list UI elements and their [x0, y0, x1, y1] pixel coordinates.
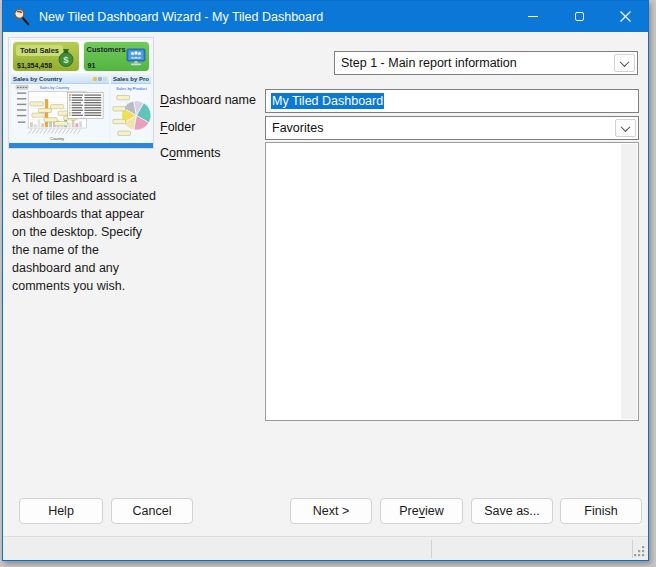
comments-scrollbar[interactable]	[621, 144, 637, 419]
finish-button[interactable]: Finish	[560, 498, 642, 524]
dashboard-name-label: Dashboard name	[160, 93, 256, 107]
resize-grip[interactable]	[633, 545, 646, 558]
preview-tiles-row: Total Sales $ $1,354,458 Customers	[11, 40, 151, 73]
maximize-icon	[575, 12, 584, 21]
customers-monitor-icon	[125, 46, 147, 68]
title-bar: New Tiled Dashboard Wizard - My Tiled Da…	[3, 1, 648, 32]
preview-button[interactable]: Preview	[380, 498, 463, 524]
mini-bar-chart: Sales by Country	[11, 84, 109, 143]
panel-toolbar-icons	[93, 77, 107, 81]
svg-text:$: $	[63, 54, 69, 65]
help-button[interactable]: Help	[19, 498, 103, 524]
mini-x-tick-labels	[29, 129, 81, 134]
minimize-icon	[528, 16, 538, 17]
mini-pie-chart: Sales by Product	[111, 84, 151, 143]
comments-textarea[interactable]	[265, 142, 639, 421]
folder-select[interactable]: Favorites	[265, 116, 639, 140]
status-separator	[431, 540, 432, 558]
sales-by-country-header-label: Sales by Country	[13, 76, 93, 82]
save-as-button[interactable]: Save as...	[471, 498, 553, 524]
star-icon	[93, 77, 97, 81]
sales-by-country-panel-header: Sales by Country	[11, 75, 109, 84]
minimize-button[interactable]	[510, 1, 556, 32]
cancel-button[interactable]: Cancel	[111, 498, 193, 524]
dashboard-name-selected-text: My Tiled Dashboard	[271, 93, 384, 109]
sales-by-product-header-label: Sales by Product Category	[113, 76, 149, 82]
wizard-description: A Tiled Dashboard is a set of tiles and …	[12, 169, 156, 295]
window-title: New Tiled Dashboard Wizard - My Tiled Da…	[39, 10, 510, 24]
chevron-down-icon	[621, 122, 631, 132]
dialog-content: Total Sales $ $1,354,458 Customers	[3, 32, 648, 560]
preview-taskbar-strip	[9, 143, 153, 148]
status-bar	[3, 536, 648, 560]
close-button[interactable]	[602, 1, 648, 32]
preview-panels-row: Sales by Country Sales by Country	[11, 75, 151, 143]
mini-pie-chart-title: Sales by Product	[116, 86, 148, 91]
folder-select-drop-button[interactable]	[615, 119, 636, 137]
sales-by-country-panel: Sales by Country Sales by Country	[11, 75, 109, 143]
close-icon	[620, 11, 631, 22]
wizard-dialog: New Tiled Dashboard Wizard - My Tiled Da…	[2, 0, 649, 561]
maximize-button[interactable]	[556, 1, 602, 32]
total-sales-tile-value: $1,354,458	[17, 62, 52, 69]
dashboard-name-input[interactable]: My Tiled Dashboard	[265, 89, 639, 113]
customers-tile-label: Customers	[87, 45, 126, 54]
folder-select-value: Favorites	[266, 121, 615, 135]
next-button[interactable]: Next >	[290, 498, 372, 524]
chevron-down-icon	[620, 57, 630, 67]
customers-tile: Customers 91	[83, 41, 151, 72]
customers-tile-value: 91	[88, 62, 96, 69]
money-bag-icon: $	[55, 46, 77, 68]
mini-pie-slices	[122, 101, 151, 130]
total-sales-tile: Total Sales $ $1,354,458	[12, 41, 80, 72]
step-selector[interactable]: Step 1 - Main report information	[334, 51, 638, 75]
sales-by-product-panel: Sales by Product Category Sales by Produ…	[111, 75, 151, 143]
mini-legend	[67, 92, 103, 118]
folder-icon	[98, 77, 102, 81]
sales-by-product-panel-header: Sales by Product Category	[111, 75, 151, 84]
step-selector-value: Step 1 - Main report information	[335, 56, 614, 70]
preview-thumbnail: Total Sales $ $1,354,458 Customers	[8, 37, 154, 149]
comments-label: Comments	[160, 146, 220, 160]
step-selector-drop-button[interactable]	[614, 54, 635, 72]
wizard-wand-icon	[13, 8, 31, 26]
mini-bar-chart-title: Sales by Country	[39, 85, 69, 90]
mini-y-axis-labels	[17, 92, 26, 122]
grid-icon	[103, 77, 107, 81]
folder-label: Folder	[160, 120, 195, 134]
mini-bar-xlabel: Country	[50, 136, 64, 141]
